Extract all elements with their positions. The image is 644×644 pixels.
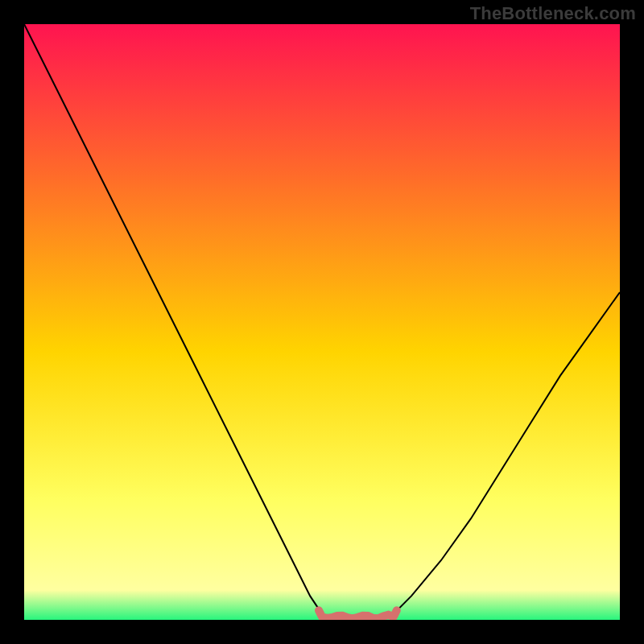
plot-area <box>24 24 620 620</box>
watermark-text: TheBottleneck.com <box>470 3 636 24</box>
chart-frame: TheBottleneck.com <box>0 0 644 644</box>
chart-svg <box>24 24 620 620</box>
gradient-background <box>24 24 620 620</box>
